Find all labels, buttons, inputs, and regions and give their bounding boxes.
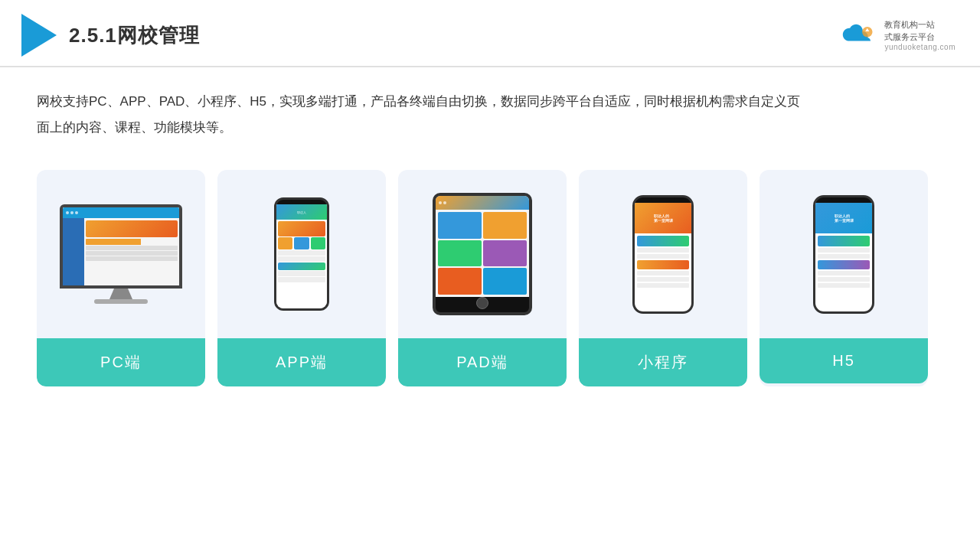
card-pc-label: PC端 <box>37 338 205 386</box>
header: 2.5.1网校管理 教育机构一站 式服务云平台 yunduoketang.com <box>0 0 980 67</box>
card-pad-label: PAD端 <box>398 338 567 386</box>
pc-stand <box>109 289 132 299</box>
pad-device-mockup <box>433 193 532 315</box>
pad-home-button <box>476 297 488 309</box>
miniprogram-phone-mockup: 职达人的第一堂网课 <box>632 195 694 314</box>
card-h5: 职达人的第一堂网课 H5 <box>760 170 928 386</box>
card-pc: PC端 <box>37 170 205 386</box>
pc-base <box>94 299 148 304</box>
brand-area: 教育机构一站 式服务云平台 yunduoketang.com <box>838 19 956 51</box>
cloud-logo-icon <box>838 23 878 47</box>
card-miniprogram-label: 小程序 <box>579 338 747 386</box>
brand-tagline: 教育机构一站 式服务云平台 <box>884 19 956 43</box>
description-text: 网校支持PC、APP、PAD、小程序、H5，实现多端打通，产品各终端自由切换，数… <box>0 67 842 148</box>
header-left: 2.5.1网校管理 <box>21 14 200 57</box>
card-miniprogram-image: 职达人的第一堂网课 <box>579 170 747 338</box>
card-miniprogram: 职达人的第一堂网课 小程序 <box>579 170 747 386</box>
card-app-image: 职达人 <box>217 170 386 338</box>
card-app: 职达人 <box>217 170 386 386</box>
pc-monitor <box>60 204 182 289</box>
card-h5-image: 职达人的第一堂网课 <box>760 170 928 338</box>
h5-phone-mockup: 职达人的第一堂网课 <box>813 195 874 314</box>
pad-screen <box>436 196 529 297</box>
miniprogram-screen: 职达人的第一堂网课 <box>635 203 691 311</box>
h5-screen: 职达人的第一堂网课 <box>815 203 872 311</box>
card-pad-image <box>398 170 567 338</box>
brand-url: yunduoketang.com <box>884 43 956 51</box>
logo-triangle-icon <box>21 14 57 57</box>
brand-info: 教育机构一站 式服务云平台 yunduoketang.com <box>884 19 956 51</box>
pc-screen <box>63 207 179 285</box>
cards-container: PC端 职达人 <box>0 148 980 408</box>
app-phone-screen: 职达人 <box>276 204 327 308</box>
card-app-label: APP端 <box>217 338 386 386</box>
card-pad: PAD端 <box>398 170 567 386</box>
pc-device-mockup <box>60 204 182 304</box>
app-phone-mockup: 职达人 <box>274 197 329 311</box>
card-pc-image <box>37 170 205 338</box>
page-title: 2.5.1网校管理 <box>69 22 200 49</box>
card-h5-label: H5 <box>760 338 928 383</box>
